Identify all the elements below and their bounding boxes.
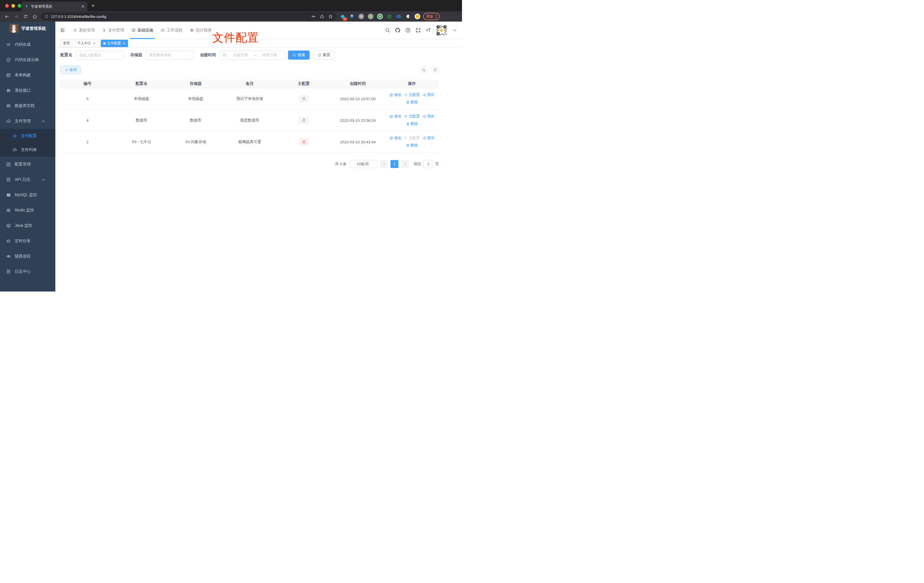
nav-item-workflow[interactable]: 工作流程 [157,21,186,39]
table-row: 5 本地磁盘 本地磁盘 测试下本地存储 否 2022-03-15 23:57:0… [61,88,439,109]
toggle-search-button[interactable] [420,66,428,74]
nav-item-report[interactable]: 统计报表 [186,21,215,39]
sidebar-item-db-doc[interactable]: 数据库文档 [0,98,55,114]
pencil-icon [389,115,393,118]
edit-action[interactable]: 修改 [389,114,401,118]
nav-item-system-management[interactable]: 系统管理 [69,21,99,39]
calendar-icon [223,53,226,57]
sidebar-item-redis-monitor[interactable]: Redis 监控 [0,203,55,218]
extension-kite-icon[interactable] [349,13,355,19]
nav-item-payment-management[interactable]: 支付管理 [99,21,128,39]
sidebar-item-system-api[interactable]: 系统接口 [0,83,55,98]
extension-emoji-icon[interactable] [414,13,420,19]
extension-diamond-icon[interactable]: 11 [340,13,345,19]
edit-action[interactable]: 修改 [389,136,401,140]
col-remark: 备注 [223,79,277,88]
sidebar-item-config-management[interactable]: 配置管理 [0,157,55,172]
sidebar-item-scheduled-tasks[interactable]: 定时任务 [0,233,55,249]
url-omnibox[interactable]: 127.0.0.1:1024/infra/file/file-config [41,13,336,20]
sidebar-item-api-log[interactable]: API 日志 [0,172,55,187]
tag-home[interactable]: 首页 [61,40,73,47]
sidebar-item-mysql-monitor[interactable]: MySQL 监控 [0,187,55,203]
master-status-badge: 否 [299,117,309,124]
master-status-badge: 是 [299,139,309,145]
sidebar-item-trace[interactable]: 链路追踪 [0,249,55,264]
zoom-window-button[interactable] [18,4,21,8]
test-action[interactable]: 测试 [422,93,434,96]
extension-eye-icon[interactable] [396,13,401,19]
site-info-icon[interactable] [45,15,48,18]
test-action[interactable]: 测试 [422,114,434,118]
home-icon[interactable] [32,14,37,19]
share-page-icon[interactable] [320,14,324,19]
extension-v-icon[interactable]: V [377,13,383,19]
gear-icon [73,28,77,32]
trash-icon [406,122,410,126]
chevron-up-icon [41,119,46,124]
sidebar-fold-icon[interactable] [60,28,65,33]
bookmark-star-icon[interactable] [328,14,333,19]
sidebar-item-code-gen[interactable]: 代码生成 [0,37,55,52]
browser-tab[interactable]: 芋道管理系统 ✕ [21,2,87,12]
new-tab-button[interactable]: + [91,3,95,8]
sidebar-item-form-builder[interactable]: 表单构建 [0,68,55,83]
search-button[interactable]: 搜索 [288,51,310,59]
github-icon[interactable] [395,28,401,33]
browser-tab-strip: 芋道管理系统 ✕ + [0,0,462,12]
master-config-action[interactable]: 主配置 [404,93,420,96]
delete-action[interactable]: 删除 [406,100,418,104]
sidebar-item-log-center[interactable]: 日志中心 [0,264,55,279]
close-icon[interactable]: ✕ [122,41,125,45]
sidebar-item-file-config[interactable]: 文件配置 [0,129,55,143]
delete-action[interactable]: 删除 [406,122,418,126]
avatar-caret-down-icon[interactable] [452,28,457,33]
extension-green-star-icon[interactable] [386,13,392,19]
reset-button[interactable]: 重置 [313,51,335,59]
table-toolbar: 新增 [61,66,439,74]
fullscreen-icon[interactable] [416,28,421,33]
tag-file-config[interactable]: 文件配置 ✕ [101,40,128,47]
extension-command-icon[interactable]: ⌘ [358,13,364,19]
extension-green-dot-icon[interactable] [368,13,373,19]
extensions-puzzle-icon[interactable] [405,13,411,19]
user-avatar[interactable] [436,25,447,36]
minimize-window-button[interactable] [12,4,15,8]
sidebar-item-file-list[interactable]: 文件列表 [0,143,55,157]
config-name-input[interactable] [76,51,124,59]
nav-item-infrastructure[interactable]: 基础设施 [128,21,157,39]
prev-page-button[interactable] [380,160,388,168]
back-icon[interactable] [5,14,9,19]
reload-icon[interactable] [23,14,28,19]
add-button[interactable]: 新增 [61,66,81,74]
search-icon[interactable] [385,28,390,33]
help-icon[interactable] [405,28,411,33]
tag-profile[interactable]: 个人中心 ✕ [75,40,98,47]
goto-page-input[interactable] [423,160,433,168]
delete-action[interactable]: 删除 [406,143,418,147]
extension-badge: 11 [343,17,347,21]
next-page-button[interactable] [401,160,409,168]
browser-menu-icon[interactable] [436,15,436,18]
timer-icon [6,239,11,243]
tab-close-icon[interactable]: ✕ [81,4,84,9]
master-config-action[interactable]: 主配置 [404,114,420,118]
start-date-placeholder[interactable]: 开始日期 [229,53,252,58]
sidebar-item-file-management[interactable]: 文件管理 [0,114,55,129]
font-size-icon[interactable] [426,28,431,33]
pencil-icon [389,93,393,97]
trash-icon [406,144,410,147]
current-page-button[interactable]: 1 [391,160,398,168]
sidebar-item-code-demo[interactable]: 代码生成示例 [0,52,55,68]
password-key-icon[interactable] [311,14,316,19]
close-icon[interactable]: ✕ [93,41,96,45]
close-window-button[interactable] [5,4,9,8]
browser-update-button[interactable]: 更新 [423,13,440,20]
end-date-placeholder[interactable]: 结束日期 [258,53,282,58]
refresh-table-button[interactable] [431,66,439,74]
sidebar-item-java-monitor[interactable]: Java 监控 [0,218,55,233]
storage-select[interactable]: 请选择存储器 [145,51,194,59]
test-action[interactable]: 测试 [422,136,434,140]
date-range-picker[interactable]: 开始日期 - 结束日期 [219,51,285,59]
page-size-select[interactable]: 10条/页 [350,160,378,168]
edit-action[interactable]: 修改 [389,93,401,96]
